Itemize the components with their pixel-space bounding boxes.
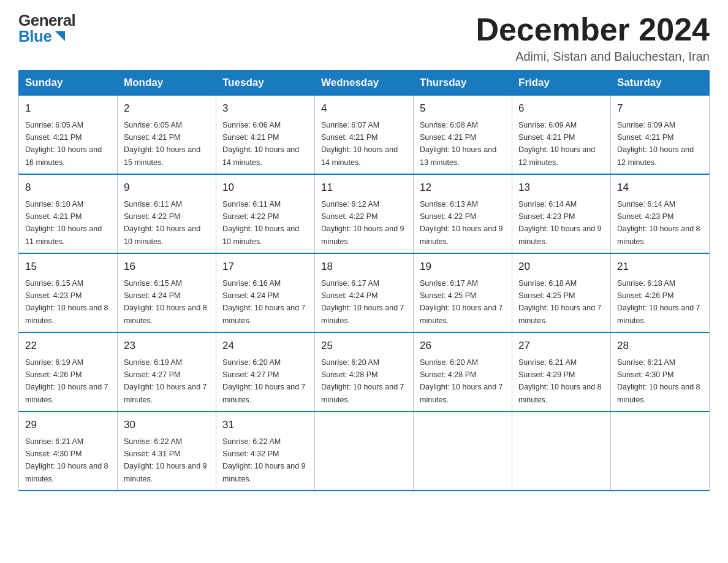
day-info: Sunrise: 6:15 AMSunset: 4:24 PMDaylight:… bbox=[124, 279, 207, 325]
table-row bbox=[611, 412, 710, 491]
day-info: Sunrise: 6:09 AMSunset: 4:21 PMDaylight:… bbox=[617, 121, 694, 167]
logo: General Blue bbox=[18, 12, 75, 44]
day-number: 17 bbox=[222, 259, 308, 275]
day-info: Sunrise: 6:20 AMSunset: 4:28 PMDaylight:… bbox=[321, 358, 404, 404]
table-row: 23 Sunrise: 6:19 AMSunset: 4:27 PMDaylig… bbox=[118, 332, 216, 412]
day-number: 7 bbox=[617, 101, 703, 117]
day-info: Sunrise: 6:19 AMSunset: 4:26 PMDaylight:… bbox=[25, 358, 108, 404]
table-row: 29 Sunrise: 6:21 AMSunset: 4:30 PMDaylig… bbox=[19, 412, 118, 491]
day-info: Sunrise: 6:09 AMSunset: 4:21 PMDaylight:… bbox=[518, 121, 595, 167]
table-row: 26 Sunrise: 6:20 AMSunset: 4:28 PMDaylig… bbox=[414, 332, 512, 412]
table-row: 14 Sunrise: 6:14 AMSunset: 4:23 PMDaylig… bbox=[611, 174, 710, 253]
table-row: 8 Sunrise: 6:10 AMSunset: 4:21 PMDayligh… bbox=[19, 174, 118, 253]
day-info: Sunrise: 6:21 AMSunset: 4:30 PMDaylight:… bbox=[25, 437, 108, 483]
col-sunday: Sunday bbox=[19, 71, 118, 96]
day-info: Sunrise: 6:21 AMSunset: 4:29 PMDaylight:… bbox=[518, 358, 602, 404]
calendar-week-row: 22 Sunrise: 6:19 AMSunset: 4:26 PMDaylig… bbox=[19, 332, 710, 412]
day-info: Sunrise: 6:05 AMSunset: 4:21 PMDaylight:… bbox=[25, 121, 102, 167]
day-info: Sunrise: 6:08 AMSunset: 4:21 PMDaylight:… bbox=[420, 121, 496, 167]
calendar-week-row: 15 Sunrise: 6:15 AMSunset: 4:23 PMDaylig… bbox=[19, 253, 710, 332]
table-row: 3 Sunrise: 6:06 AMSunset: 4:21 PMDayligh… bbox=[216, 96, 315, 175]
day-number: 3 bbox=[222, 101, 308, 117]
day-info: Sunrise: 6:05 AMSunset: 4:21 PMDaylight:… bbox=[124, 121, 200, 167]
table-row: 18 Sunrise: 6:17 AMSunset: 4:24 PMDaylig… bbox=[315, 253, 414, 332]
day-number: 20 bbox=[518, 259, 604, 275]
table-row: 9 Sunrise: 6:11 AMSunset: 4:22 PMDayligh… bbox=[118, 174, 216, 253]
table-row: 5 Sunrise: 6:08 AMSunset: 4:21 PMDayligh… bbox=[414, 96, 512, 175]
col-tuesday: Tuesday bbox=[216, 71, 315, 96]
day-number: 28 bbox=[617, 338, 703, 354]
calendar-week-row: 8 Sunrise: 6:10 AMSunset: 4:21 PMDayligh… bbox=[19, 174, 710, 253]
day-info: Sunrise: 6:19 AMSunset: 4:27 PMDaylight:… bbox=[124, 358, 207, 404]
col-saturday: Saturday bbox=[611, 71, 710, 96]
table-row: 17 Sunrise: 6:16 AMSunset: 4:24 PMDaylig… bbox=[216, 253, 315, 332]
month-title: December 2024 bbox=[476, 12, 710, 47]
table-row: 12 Sunrise: 6:13 AMSunset: 4:22 PMDaylig… bbox=[414, 174, 512, 253]
day-info: Sunrise: 6:12 AMSunset: 4:22 PMDaylight:… bbox=[321, 200, 404, 246]
day-number: 9 bbox=[124, 180, 210, 196]
day-info: Sunrise: 6:11 AMSunset: 4:22 PMDaylight:… bbox=[124, 200, 200, 246]
title-section: December 2024 Adimi, Sistan and Baluches… bbox=[476, 12, 710, 64]
day-number: 11 bbox=[321, 180, 407, 196]
day-number: 25 bbox=[321, 338, 407, 354]
table-row bbox=[414, 412, 512, 491]
day-number: 26 bbox=[420, 338, 506, 354]
day-number: 6 bbox=[518, 101, 604, 117]
day-number: 30 bbox=[124, 417, 210, 433]
day-number: 13 bbox=[518, 180, 604, 196]
day-info: Sunrise: 6:10 AMSunset: 4:21 PMDaylight:… bbox=[25, 200, 102, 246]
day-number: 23 bbox=[124, 338, 210, 354]
day-info: Sunrise: 6:21 AMSunset: 4:30 PMDaylight:… bbox=[617, 358, 700, 404]
table-row: 28 Sunrise: 6:21 AMSunset: 4:30 PMDaylig… bbox=[611, 332, 710, 412]
table-row: 13 Sunrise: 6:14 AMSunset: 4:23 PMDaylig… bbox=[512, 174, 611, 253]
col-monday: Monday bbox=[118, 71, 216, 96]
table-row: 7 Sunrise: 6:09 AMSunset: 4:21 PMDayligh… bbox=[611, 96, 710, 175]
day-info: Sunrise: 6:14 AMSunset: 4:23 PMDaylight:… bbox=[518, 200, 602, 246]
logo-triangle-icon bbox=[53, 29, 66, 42]
calendar-week-row: 1 Sunrise: 6:05 AMSunset: 4:21 PMDayligh… bbox=[19, 96, 710, 175]
day-info: Sunrise: 6:17 AMSunset: 4:25 PMDaylight:… bbox=[420, 279, 503, 325]
col-thursday: Thursday bbox=[414, 71, 512, 96]
day-info: Sunrise: 6:07 AMSunset: 4:21 PMDaylight:… bbox=[321, 121, 398, 167]
day-number: 15 bbox=[25, 259, 111, 275]
logo-name: General Blue bbox=[18, 12, 75, 44]
table-row: 19 Sunrise: 6:17 AMSunset: 4:25 PMDaylig… bbox=[414, 253, 512, 332]
table-row bbox=[512, 412, 611, 491]
day-info: Sunrise: 6:11 AMSunset: 4:22 PMDaylight:… bbox=[222, 200, 299, 246]
table-row: 25 Sunrise: 6:20 AMSunset: 4:28 PMDaylig… bbox=[315, 332, 414, 412]
logo-blue-text: Blue bbox=[18, 28, 51, 44]
day-info: Sunrise: 6:13 AMSunset: 4:22 PMDaylight:… bbox=[420, 200, 503, 246]
day-number: 27 bbox=[518, 338, 604, 354]
table-row: 20 Sunrise: 6:18 AMSunset: 4:25 PMDaylig… bbox=[512, 253, 611, 332]
day-number: 19 bbox=[420, 259, 506, 275]
day-info: Sunrise: 6:15 AMSunset: 4:23 PMDaylight:… bbox=[25, 279, 108, 325]
day-number: 1 bbox=[25, 101, 111, 117]
day-number: 21 bbox=[617, 259, 703, 275]
calendar-header-row: Sunday Monday Tuesday Wednesday Thursday… bbox=[19, 71, 710, 96]
table-row: 22 Sunrise: 6:19 AMSunset: 4:26 PMDaylig… bbox=[19, 332, 118, 412]
day-number: 12 bbox=[420, 180, 506, 196]
table-row: 24 Sunrise: 6:20 AMSunset: 4:27 PMDaylig… bbox=[216, 332, 315, 412]
table-row: 30 Sunrise: 6:22 AMSunset: 4:31 PMDaylig… bbox=[118, 412, 216, 491]
table-row: 10 Sunrise: 6:11 AMSunset: 4:22 PMDaylig… bbox=[216, 174, 315, 253]
page-header: General Blue December 2024 Adimi, Sistan… bbox=[18, 12, 710, 64]
calendar-week-row: 29 Sunrise: 6:21 AMSunset: 4:30 PMDaylig… bbox=[19, 412, 710, 491]
table-row: 2 Sunrise: 6:05 AMSunset: 4:21 PMDayligh… bbox=[118, 96, 216, 175]
day-info: Sunrise: 6:22 AMSunset: 4:32 PMDaylight:… bbox=[222, 437, 306, 483]
day-info: Sunrise: 6:14 AMSunset: 4:23 PMDaylight:… bbox=[617, 200, 700, 246]
table-row bbox=[315, 412, 414, 491]
day-info: Sunrise: 6:18 AMSunset: 4:26 PMDaylight:… bbox=[617, 279, 700, 325]
day-number: 10 bbox=[222, 180, 308, 196]
day-info: Sunrise: 6:20 AMSunset: 4:28 PMDaylight:… bbox=[420, 358, 503, 404]
svg-marker-0 bbox=[55, 31, 65, 41]
table-row: 27 Sunrise: 6:21 AMSunset: 4:29 PMDaylig… bbox=[512, 332, 611, 412]
logo-general-text: General bbox=[18, 12, 75, 28]
table-row: 4 Sunrise: 6:07 AMSunset: 4:21 PMDayligh… bbox=[315, 96, 414, 175]
day-info: Sunrise: 6:16 AMSunset: 4:24 PMDaylight:… bbox=[222, 279, 306, 325]
day-info: Sunrise: 6:18 AMSunset: 4:25 PMDaylight:… bbox=[518, 279, 602, 325]
day-info: Sunrise: 6:20 AMSunset: 4:27 PMDaylight:… bbox=[222, 358, 306, 404]
day-number: 24 bbox=[222, 338, 308, 354]
table-row: 11 Sunrise: 6:12 AMSunset: 4:22 PMDaylig… bbox=[315, 174, 414, 253]
day-number: 4 bbox=[321, 101, 407, 117]
table-row: 15 Sunrise: 6:15 AMSunset: 4:23 PMDaylig… bbox=[19, 253, 118, 332]
